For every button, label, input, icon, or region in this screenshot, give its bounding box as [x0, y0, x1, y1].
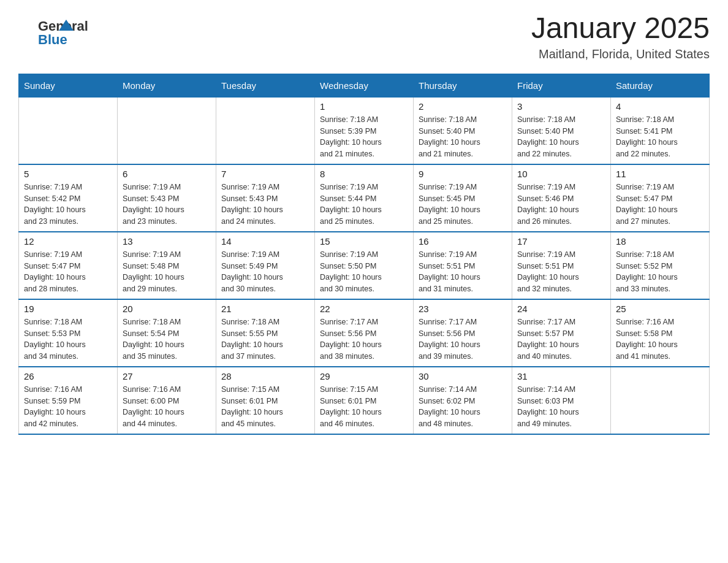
calendar-cell: 24Sunrise: 7:17 AM Sunset: 5:57 PM Dayli… [512, 299, 611, 367]
day-info: Sunrise: 7:19 AM Sunset: 5:43 PM Dayligh… [123, 182, 211, 228]
calendar-cell: 15Sunrise: 7:19 AM Sunset: 5:50 PM Dayli… [315, 232, 414, 299]
calendar-cell: 30Sunrise: 7:14 AM Sunset: 6:02 PM Dayli… [414, 367, 512, 434]
month-title: January 2025 [531, 12, 710, 45]
calendar-cell: 5Sunrise: 7:19 AM Sunset: 5:42 PM Daylig… [19, 164, 118, 232]
calendar-week-row: 19Sunrise: 7:18 AM Sunset: 5:53 PM Dayli… [19, 299, 710, 367]
calendar-cell: 27Sunrise: 7:16 AM Sunset: 6:00 PM Dayli… [118, 367, 216, 434]
day-number: 19 [24, 304, 112, 314]
day-info: Sunrise: 7:18 AM Sunset: 5:41 PM Dayligh… [616, 114, 704, 160]
calendar-cell: 22Sunrise: 7:17 AM Sunset: 5:56 PM Dayli… [315, 299, 414, 367]
svg-text:Blue: Blue [38, 32, 67, 47]
calendar-cell [216, 97, 315, 164]
day-number: 9 [419, 169, 507, 179]
title-block: January 2025 Maitland, Florida, United S… [531, 12, 710, 61]
day-number: 7 [221, 169, 309, 179]
day-info: Sunrise: 7:16 AM Sunset: 5:58 PM Dayligh… [616, 316, 704, 362]
day-number: 16 [419, 236, 507, 247]
calendar-week-row: 5Sunrise: 7:19 AM Sunset: 5:42 PM Daylig… [19, 164, 710, 232]
day-info: Sunrise: 7:19 AM Sunset: 5:51 PM Dayligh… [419, 249, 507, 295]
day-number: 24 [517, 304, 605, 314]
calendar-cell: 2Sunrise: 7:18 AM Sunset: 5:40 PM Daylig… [414, 97, 512, 164]
day-info: Sunrise: 7:18 AM Sunset: 5:55 PM Dayligh… [221, 316, 309, 362]
calendar-cell: 4Sunrise: 7:18 AM Sunset: 5:41 PM Daylig… [611, 97, 710, 164]
calendar-cell: 25Sunrise: 7:16 AM Sunset: 5:58 PM Dayli… [611, 299, 710, 367]
calendar-cell [611, 367, 710, 434]
day-number: 2 [419, 101, 507, 112]
logo: General Blue [18, 12, 92, 47]
calendar-cell: 9Sunrise: 7:19 AM Sunset: 5:45 PM Daylig… [414, 164, 512, 232]
calendar-cell: 29Sunrise: 7:15 AM Sunset: 6:01 PM Dayli… [315, 367, 414, 434]
day-number: 20 [123, 304, 211, 314]
column-header-sunday: Sunday [19, 74, 118, 97]
day-number: 10 [517, 169, 605, 179]
day-number: 4 [616, 101, 704, 112]
day-info: Sunrise: 7:18 AM Sunset: 5:40 PM Dayligh… [419, 114, 507, 160]
calendar-week-row: 26Sunrise: 7:16 AM Sunset: 5:59 PM Dayli… [19, 367, 710, 434]
day-number: 21 [221, 304, 309, 314]
day-number: 26 [24, 371, 112, 381]
day-number: 22 [320, 304, 408, 314]
day-info: Sunrise: 7:15 AM Sunset: 6:01 PM Dayligh… [320, 384, 408, 430]
day-info: Sunrise: 7:17 AM Sunset: 5:56 PM Dayligh… [320, 316, 408, 362]
calendar-cell: 6Sunrise: 7:19 AM Sunset: 5:43 PM Daylig… [118, 164, 216, 232]
day-info: Sunrise: 7:19 AM Sunset: 5:46 PM Dayligh… [517, 182, 605, 228]
day-number: 15 [320, 236, 408, 247]
day-info: Sunrise: 7:19 AM Sunset: 5:47 PM Dayligh… [616, 182, 704, 228]
calendar-cell: 19Sunrise: 7:18 AM Sunset: 5:53 PM Dayli… [19, 299, 118, 367]
calendar-cell: 7Sunrise: 7:19 AM Sunset: 5:43 PM Daylig… [216, 164, 315, 232]
day-info: Sunrise: 7:17 AM Sunset: 5:56 PM Dayligh… [419, 316, 507, 362]
day-info: Sunrise: 7:18 AM Sunset: 5:52 PM Dayligh… [616, 249, 704, 295]
calendar-cell: 11Sunrise: 7:19 AM Sunset: 5:47 PM Dayli… [611, 164, 710, 232]
day-info: Sunrise: 7:19 AM Sunset: 5:43 PM Dayligh… [221, 182, 309, 228]
day-number: 29 [320, 371, 408, 381]
day-info: Sunrise: 7:19 AM Sunset: 5:50 PM Dayligh… [320, 249, 408, 295]
calendar-week-row: 12Sunrise: 7:19 AM Sunset: 5:47 PM Dayli… [19, 232, 710, 299]
calendar-cell: 8Sunrise: 7:19 AM Sunset: 5:44 PM Daylig… [315, 164, 414, 232]
calendar-cell: 21Sunrise: 7:18 AM Sunset: 5:55 PM Dayli… [216, 299, 315, 367]
day-info: Sunrise: 7:19 AM Sunset: 5:48 PM Dayligh… [123, 249, 211, 295]
day-number: 31 [517, 371, 605, 381]
day-info: Sunrise: 7:19 AM Sunset: 5:44 PM Dayligh… [320, 182, 408, 228]
day-number: 12 [24, 236, 112, 247]
column-header-friday: Friday [512, 74, 611, 97]
day-number: 27 [123, 371, 211, 381]
calendar-cell: 18Sunrise: 7:18 AM Sunset: 5:52 PM Dayli… [611, 232, 710, 299]
calendar-cell: 31Sunrise: 7:14 AM Sunset: 6:03 PM Dayli… [512, 367, 611, 434]
day-number: 17 [517, 236, 605, 247]
day-number: 18 [616, 236, 704, 247]
day-number: 23 [419, 304, 507, 314]
column-header-saturday: Saturday [611, 74, 710, 97]
calendar-cell: 16Sunrise: 7:19 AM Sunset: 5:51 PM Dayli… [414, 232, 512, 299]
day-info: Sunrise: 7:18 AM Sunset: 5:39 PM Dayligh… [320, 114, 408, 160]
column-header-thursday: Thursday [414, 74, 512, 97]
day-number: 8 [320, 169, 408, 179]
day-info: Sunrise: 7:16 AM Sunset: 6:00 PM Dayligh… [123, 384, 211, 430]
calendar-cell [19, 97, 118, 164]
day-number: 25 [616, 304, 704, 314]
day-number: 3 [517, 101, 605, 112]
day-number: 1 [320, 101, 408, 112]
day-info: Sunrise: 7:14 AM Sunset: 6:03 PM Dayligh… [517, 384, 605, 430]
location-title: Maitland, Florida, United States [531, 47, 710, 61]
day-number: 13 [123, 236, 211, 247]
day-info: Sunrise: 7:19 AM Sunset: 5:42 PM Dayligh… [24, 182, 112, 228]
calendar-cell: 1Sunrise: 7:18 AM Sunset: 5:39 PM Daylig… [315, 97, 414, 164]
column-header-tuesday: Tuesday [216, 74, 315, 97]
column-header-monday: Monday [118, 74, 216, 97]
column-header-wednesday: Wednesday [315, 74, 414, 97]
calendar-cell: 14Sunrise: 7:19 AM Sunset: 5:49 PM Dayli… [216, 232, 315, 299]
day-info: Sunrise: 7:19 AM Sunset: 5:51 PM Dayligh… [517, 249, 605, 295]
day-info: Sunrise: 7:16 AM Sunset: 5:59 PM Dayligh… [24, 384, 112, 430]
day-info: Sunrise: 7:19 AM Sunset: 5:45 PM Dayligh… [419, 182, 507, 228]
calendar-cell: 10Sunrise: 7:19 AM Sunset: 5:46 PM Dayli… [512, 164, 611, 232]
calendar-cell: 26Sunrise: 7:16 AM Sunset: 5:59 PM Dayli… [19, 367, 118, 434]
logo-icon: General Blue [18, 13, 92, 47]
day-info: Sunrise: 7:14 AM Sunset: 6:02 PM Dayligh… [419, 384, 507, 430]
day-number: 30 [419, 371, 507, 381]
day-number: 5 [24, 169, 112, 179]
day-info: Sunrise: 7:18 AM Sunset: 5:54 PM Dayligh… [123, 316, 211, 362]
calendar-cell: 20Sunrise: 7:18 AM Sunset: 5:54 PM Dayli… [118, 299, 216, 367]
day-info: Sunrise: 7:18 AM Sunset: 5:40 PM Dayligh… [517, 114, 605, 160]
calendar-cell: 28Sunrise: 7:15 AM Sunset: 6:01 PM Dayli… [216, 367, 315, 434]
calendar-cell: 3Sunrise: 7:18 AM Sunset: 5:40 PM Daylig… [512, 97, 611, 164]
